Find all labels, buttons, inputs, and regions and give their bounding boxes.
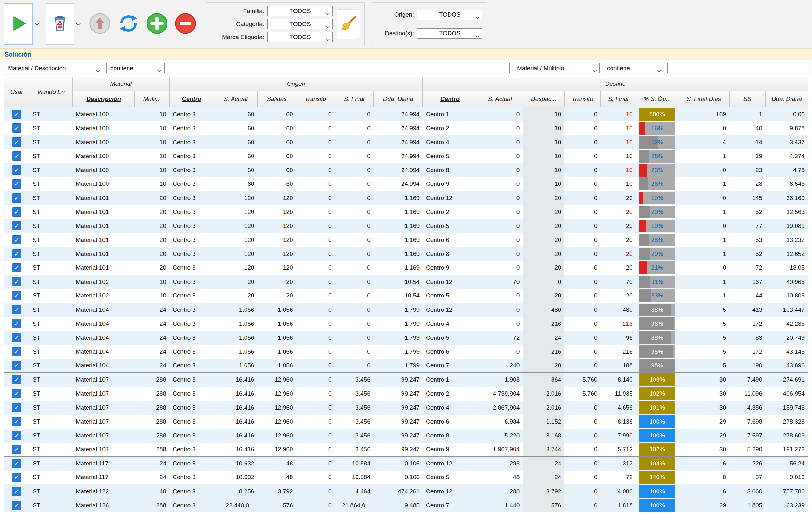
viendo-en-cell[interactable]: ST — [29, 135, 72, 149]
destino-transito-cell[interactable]: 0 — [564, 191, 601, 205]
destino-centro-cell[interactable]: Centro 8 — [423, 247, 477, 261]
ss-cell[interactable]: 5.290 — [729, 442, 765, 457]
destino-despachos-cell[interactable]: 20 — [523, 289, 564, 303]
material-cell[interactable]: Material 104 — [72, 359, 135, 373]
destino-s-actual-cell[interactable]: 288 — [477, 457, 523, 470]
destino-transito-cell[interactable]: 0 — [564, 233, 601, 247]
row-checkbox[interactable]: ✓ — [12, 459, 21, 468]
origen-salidas-cell[interactable]: 60 — [257, 121, 296, 135]
material-cell[interactable]: Material 107 — [72, 415, 135, 429]
origen-s-actual-cell[interactable]: 120 — [214, 261, 257, 275]
origen-dda-diaria-cell[interactable]: 1,169 — [374, 205, 423, 219]
multiplo-cell[interactable]: 10 — [135, 275, 169, 289]
destino-s-actual-cell[interactable]: 48 — [477, 470, 523, 485]
destino-s-actual-cell[interactable]: 0 — [477, 289, 523, 303]
material-cell[interactable]: Material 104 — [72, 317, 135, 331]
table-row[interactable]: ✓STMaterial 10120Centro 3120120001,169Ce… — [4, 205, 808, 219]
table-row[interactable]: ✓STMaterial 10424Centro 31.0561.056001,7… — [4, 317, 808, 331]
origen-s-actual-cell[interactable]: 20 — [214, 275, 257, 289]
table-row[interactable]: ✓STMaterial 11724Centro 310.63248010.584… — [4, 470, 808, 485]
destino-centro-cell[interactable]: Centro 1 — [423, 107, 477, 121]
destino-centro-cell[interactable]: Centro 7 — [423, 359, 477, 373]
destino-centro-cell[interactable]: Centro 4 — [423, 135, 477, 149]
origen-salidas-cell[interactable]: 12.960 — [257, 415, 296, 429]
material-cell[interactable]: Material 100 — [72, 121, 135, 135]
origen-dda-diaria-cell[interactable]: 24,994 — [374, 135, 423, 149]
remove-button[interactable] — [174, 12, 197, 36]
table-row[interactable]: ✓STMaterial 10120Centro 3120120001,169Ce… — [4, 261, 808, 275]
origen-salidas-cell[interactable]: 120 — [257, 191, 296, 205]
row-checkbox[interactable]: ✓ — [12, 305, 21, 314]
origen-s-final-cell[interactable]: 0 — [335, 331, 374, 345]
destino-s-final-cell[interactable]: 20 — [601, 289, 636, 303]
usar-cell[interactable]: ✓ — [4, 317, 29, 331]
material-cell[interactable]: Material 101 — [72, 233, 135, 247]
multiplo-cell[interactable]: 288 — [135, 401, 169, 415]
origen-s-final-cell[interactable]: 3.456 — [335, 401, 374, 415]
viendo-en-cell[interactable]: ST — [29, 429, 72, 442]
table-row[interactable]: ✓STMaterial 10010Centro 360600024,994Cen… — [4, 135, 808, 149]
origen-dda-diaria-cell[interactable]: 1,169 — [374, 247, 423, 261]
viendo-en-cell[interactable]: ST — [29, 247, 72, 261]
destino-s-actual-cell[interactable]: 72 — [477, 331, 523, 345]
destino-dda-diaria-cell[interactable]: 757,786 — [765, 485, 808, 498]
multiplo-cell[interactable]: 24 — [135, 470, 169, 485]
pct-s-optimo-cell[interactable]: 21% — [636, 261, 678, 275]
header-destino-centro[interactable]: Centro — [423, 91, 477, 107]
origen-dda-diaria-cell[interactable]: 1,169 — [374, 219, 423, 233]
destino-transito-cell[interactable]: 0 — [564, 470, 601, 485]
header-origen-dda-diaria[interactable]: Dda. Diaria — [374, 91, 423, 107]
origen-salidas-cell[interactable]: 12.960 — [257, 429, 296, 442]
origen-s-final-cell[interactable]: 0 — [335, 219, 374, 233]
ss-cell[interactable]: 145 — [729, 191, 765, 205]
destino-s-actual-cell[interactable]: 0 — [477, 233, 523, 247]
destino-transito-cell[interactable]: 0 — [564, 303, 601, 317]
usar-cell[interactable]: ✓ — [4, 359, 29, 373]
destino-dda-diaria-cell[interactable]: 63,239 — [765, 498, 808, 512]
destino-despachos-cell[interactable]: 576 — [523, 498, 564, 512]
row-checkbox[interactable]: ✓ — [12, 389, 21, 398]
origen-s-final-cell[interactable]: 0 — [335, 191, 374, 205]
ss-cell[interactable]: 172 — [729, 345, 765, 359]
origen-transito-cell[interactable]: 0 — [296, 233, 335, 247]
s-final-dias-cell[interactable]: 1 — [678, 233, 729, 247]
destino-despachos-cell[interactable]: 20 — [523, 191, 564, 205]
destino-s-actual-cell[interactable]: 0 — [477, 205, 523, 219]
destino-transito-cell[interactable]: 0 — [564, 177, 601, 191]
table-row[interactable]: ✓STMaterial 10120Centro 3120120001,169Ce… — [4, 219, 808, 233]
destino-centro-cell[interactable]: Centro 5 — [423, 149, 477, 163]
destino-despachos-cell[interactable]: 20 — [523, 219, 564, 233]
origen-dda-diaria-cell[interactable]: 1,799 — [374, 317, 423, 331]
table-row[interactable]: ✓STMaterial 10010Centro 360600024,994Cen… — [4, 107, 808, 121]
destino-dda-diaria-cell[interactable]: 103,447 — [765, 303, 808, 317]
destino-transito-cell[interactable]: 0 — [564, 442, 601, 457]
table-row[interactable]: ✓STMaterial 11724Centro 310.63248010.584… — [4, 457, 808, 470]
material-cell[interactable]: Material 100 — [72, 177, 135, 191]
destino-transito-cell[interactable]: 0 — [564, 149, 601, 163]
multiplo-cell[interactable]: 20 — [135, 233, 169, 247]
destino-despachos-cell[interactable]: 0 — [523, 275, 564, 289]
destino-s-actual-cell[interactable]: 4.739,904 — [477, 387, 523, 401]
destino-despachos-cell[interactable]: 20 — [523, 233, 564, 247]
pct-s-optimo-cell[interactable]: 33% — [636, 289, 678, 303]
origen-transito-cell[interactable]: 0 — [296, 331, 335, 345]
destino-transito-cell[interactable]: 0 — [564, 317, 601, 331]
destino-transito-cell[interactable]: 0 — [564, 401, 601, 415]
table-row[interactable]: ✓STMaterial 10210Centro 320200010,54Cent… — [4, 275, 808, 289]
origen-s-final-cell[interactable]: 0 — [335, 121, 374, 135]
ss-cell[interactable]: 7.698 — [729, 415, 765, 429]
destino-dda-diaria-cell[interactable]: 56,24 — [765, 457, 808, 470]
destino-dda-diaria-cell[interactable]: 13,237 — [765, 233, 808, 247]
multiplo-cell[interactable]: 10 — [135, 135, 169, 149]
usar-cell[interactable]: ✓ — [4, 415, 29, 429]
destino-dda-diaria-cell[interactable]: 10,808 — [765, 289, 808, 303]
row-checkbox[interactable]: ✓ — [12, 165, 21, 174]
destino-transito-cell[interactable]: 0 — [564, 219, 601, 233]
destino-despachos-cell[interactable]: 3.792 — [523, 485, 564, 498]
origen-dda-diaria-cell[interactable]: 1,799 — [374, 345, 423, 359]
origen-centro-cell[interactable]: Centro 3 — [169, 177, 214, 191]
row-checkbox[interactable]: ✓ — [12, 193, 21, 202]
destino-s-final-cell[interactable]: 20 — [601, 219, 636, 233]
usar-cell[interactable]: ✓ — [4, 219, 29, 233]
usar-cell[interactable]: ✓ — [4, 457, 29, 470]
